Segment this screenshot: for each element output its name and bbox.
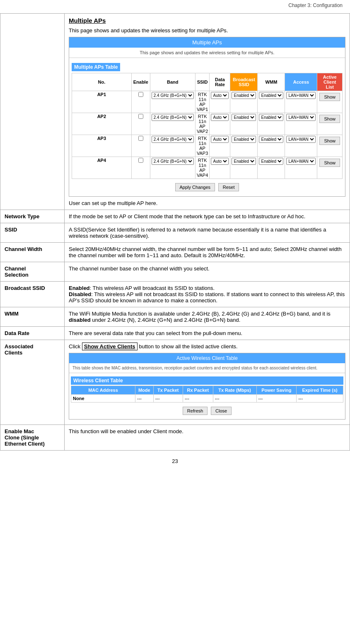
col-broadcast-ssid: Broadcast SSID <box>230 73 258 91</box>
col-active-client-list: Active Client List <box>317 73 343 91</box>
channel-width-row: Channel Width Select 20MHz/40MHz channel… <box>0 243 350 262</box>
ap-enable-checkbox[interactable] <box>131 157 150 179</box>
ap-band-select[interactable]: 2.4 GHz (B+G+N) <box>152 158 194 165</box>
enable-mac-clone-row: Enable MacClone (SingleEthernet Client) … <box>0 425 350 451</box>
apply-changes-button[interactable]: Apply Changes <box>175 183 215 191</box>
ap-show: Show <box>317 91 343 113</box>
ap-show-button[interactable]: Show <box>319 159 340 167</box>
assoc-intro-pre: Click <box>69 343 82 350</box>
ap-data-rate-select[interactable]: Auto <box>211 158 229 165</box>
enable-mac-clone-content: This function will be enabled under Clie… <box>65 425 350 451</box>
ap-broadcast-select[interactable]: Enabled <box>232 92 256 99</box>
col-wmm: WMM <box>258 73 285 91</box>
multiple-aps-row: Multiple APs This page shows and updates… <box>0 14 350 210</box>
ap-band-select[interactable]: 2.4 GHz (B+G+N) <box>152 136 194 143</box>
active-wireless-client-box: Active Wireless Client Table This table … <box>69 353 345 420</box>
ap-ssid: RTK 11n AP VAP3 <box>195 135 210 157</box>
ap-band: 2.4 GHz (B+G+N) <box>150 157 195 179</box>
ap-broadcast: Enabled <box>230 157 258 179</box>
ap-no: AP1 <box>72 91 132 113</box>
col-band: Band <box>150 73 195 91</box>
ap-access-select[interactable]: LAN+WAN <box>286 136 316 143</box>
ap-band-select[interactable]: 2.4 GHz (B+G+N) <box>152 114 194 121</box>
enable-mac-clone-label: Enable MacClone (SingleEthernet Client) <box>0 425 65 451</box>
channel-width-content: Select 20MHz/40MHz channel width, the ch… <box>65 243 350 262</box>
broadcast-enabled-text: : This wireless AP will broadcast its SS… <box>90 285 215 291</box>
ap-wmm: Enabled <box>258 91 285 113</box>
ap-table-row: AP4 2.4 GHz (B+G+N) RTK 11n AP VAP4 Auto… <box>72 157 343 179</box>
ap-data-rate-select[interactable]: Auto <box>211 136 229 143</box>
ap-show-button[interactable]: Show <box>319 137 340 145</box>
assoc-intro-post: button to show all the listed active cli… <box>138 343 238 350</box>
ap-enable-checkbox[interactable] <box>131 91 150 113</box>
ap-enable-checkbox[interactable] <box>131 135 150 157</box>
data-rate-row: Data Rate There are several data rate th… <box>0 327 350 340</box>
ap-access: LAN+WAN <box>285 135 317 157</box>
ap-table: No. Enable Band SSID Data Rate Broadcast… <box>72 73 343 179</box>
ap-no: AP3 <box>72 135 132 157</box>
ap-wmm-select[interactable]: Enabled <box>259 114 283 121</box>
wc-col-tx-packet: Tx Packet <box>153 386 183 395</box>
wc-col-expired-time: Expired Time (s) <box>297 386 343 395</box>
col-access: Access <box>285 73 317 91</box>
ap-table-row: AP3 2.4 GHz (B+G+N) RTK 11n AP VAP3 Auto… <box>72 135 343 157</box>
broadcast-enabled-bold: Enabled <box>69 285 90 291</box>
ap-no: AP2 <box>72 113 132 135</box>
broadcast-ssid-label: Broadcast SSID <box>0 282 65 307</box>
wmm-label: WMM <box>0 307 65 327</box>
wc-col-tx-rate: Tx Rate (Mbps) <box>213 386 256 395</box>
channel-selection-content: The channel number base on the channel w… <box>65 262 350 282</box>
multiple-aps-table-label: Multiple APs Table <box>72 63 120 71</box>
wc-col-mac: MAC Address <box>71 386 135 395</box>
reset-button[interactable]: Reset <box>218 183 239 191</box>
ap-band: 2.4 GHz (B+G+N) <box>150 113 195 135</box>
network-type-row: Network Type If the mode be set to AP or… <box>0 210 350 223</box>
ap-enable-checkbox[interactable] <box>131 113 150 135</box>
ap-data-rate-select[interactable]: Auto <box>211 114 229 121</box>
col-no: No. <box>72 73 132 91</box>
close-button[interactable]: Close <box>211 407 232 415</box>
wc-mode-value: --- <box>135 395 154 403</box>
ap-wmm-select[interactable]: Enabled <box>259 158 283 165</box>
associated-clients-content: Click Show Active Clients button to show… <box>65 340 350 425</box>
ap-broadcast: Enabled <box>230 91 258 113</box>
ap-data-rate-select[interactable]: Auto <box>211 92 229 99</box>
ap-band: 2.4 GHz (B+G+N) <box>150 135 195 157</box>
ap-broadcast-select[interactable]: Enabled <box>232 158 256 165</box>
show-active-clients-button[interactable]: Show Active Clients <box>82 343 138 350</box>
ap-wmm-select[interactable]: Enabled <box>259 92 283 99</box>
ap-access-select[interactable]: LAN+WAN <box>286 158 316 165</box>
ap-show-button[interactable]: Show <box>319 93 340 101</box>
ap-broadcast-select[interactable]: Enabled <box>232 136 256 143</box>
wc-buttons-row: Refresh Close <box>71 403 343 417</box>
data-rate-label: Data Rate <box>0 327 65 340</box>
ap-show-button[interactable]: Show <box>319 115 340 123</box>
wc-mac-value: None <box>71 395 135 403</box>
broadcast-ssid-row: Broadcast SSID Enabled: This wireless AP… <box>0 282 350 307</box>
ap-data-rate: Auto <box>210 113 230 135</box>
ap-ssid: RTK 11n AP VAP1 <box>195 91 210 113</box>
ap-access: LAN+WAN <box>285 157 317 179</box>
wmm-row: WMM The WiFi Multiple Media function is … <box>0 307 350 327</box>
ap-wmm-select[interactable]: Enabled <box>259 136 283 143</box>
ap-buttons-row: Apply Changes Reset <box>72 179 343 194</box>
ap-data-rate: Auto <box>210 135 230 157</box>
ap-band-select[interactable]: 2.4 GHz (B+G+N) <box>152 92 194 99</box>
network-type-content: If the mode be set to AP or Client mode … <box>65 210 350 223</box>
wc-power-saving-value: --- <box>256 395 297 403</box>
ap-no: AP4 <box>72 157 132 179</box>
ap-data-rate: Auto <box>210 91 230 113</box>
multiple-aps-content-cell: Multiple APs This page shows and updates… <box>65 14 350 210</box>
wc-col-power-saving: Power Saving <box>256 386 297 395</box>
active-wireless-header: Active Wireless Client Table <box>69 353 345 363</box>
ap-table-row: AP2 2.4 GHz (B+G+N) RTK 11n AP VAP2 Auto… <box>72 113 343 135</box>
main-layout-table: Multiple APs This page shows and updates… <box>0 13 350 451</box>
network-type-label: Network Type <box>0 210 65 223</box>
wmm-content: The WiFi Multiple Media function is avai… <box>65 307 350 327</box>
ap-access-select[interactable]: LAN+WAN <box>286 114 316 121</box>
multiple-aps-title: Multiple APs <box>69 17 345 24</box>
refresh-button[interactable]: Refresh <box>183 407 208 415</box>
ap-broadcast-select[interactable]: Enabled <box>232 114 256 121</box>
broadcast-disabled-text: : This wireless AP will not broadcast it… <box>69 291 345 304</box>
ap-access-select[interactable]: LAN+WAN <box>286 92 316 99</box>
